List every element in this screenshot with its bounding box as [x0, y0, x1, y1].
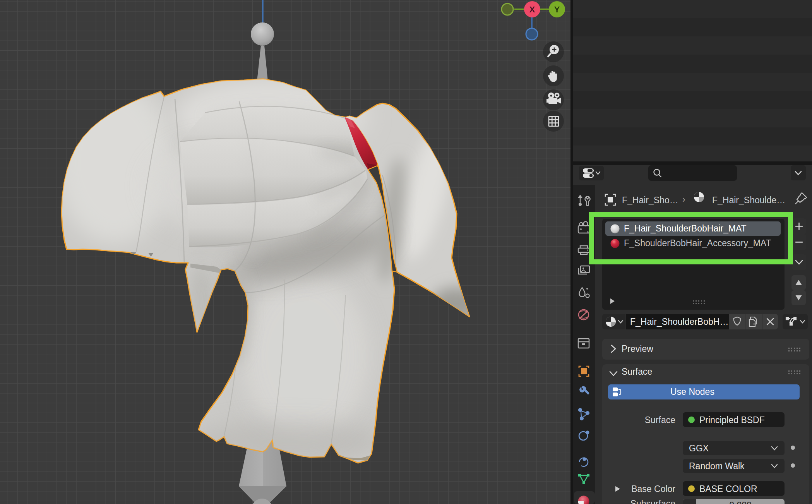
svg-text:X: X — [529, 5, 535, 14]
svg-text:Y: Y — [554, 5, 560, 14]
